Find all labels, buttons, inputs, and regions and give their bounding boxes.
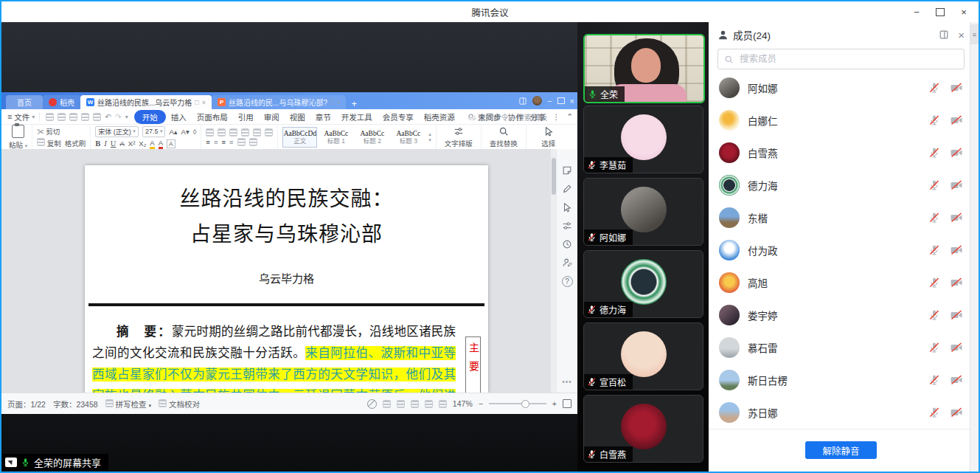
open-icon[interactable] (46, 113, 54, 121)
word-count[interactable]: 字数：23458 (53, 398, 98, 410)
help-icon[interactable]: ? (562, 276, 573, 287)
wps-tab-docer[interactable]: 稻壳 (43, 95, 80, 109)
web-view-icon[interactable] (411, 400, 419, 408)
menu-member[interactable]: 会员专享 (378, 110, 419, 124)
popout-panel-icon[interactable] (939, 30, 949, 40)
char-border-button[interactable]: A (167, 139, 176, 148)
shrink-font-icon[interactable]: A▾ (181, 128, 190, 136)
collapse-ribbon-icon[interactable]: ⌃ (566, 112, 573, 121)
menu-docer-resources[interactable]: 稻壳资源 (419, 110, 460, 124)
close-panel-icon[interactable]: × (958, 29, 965, 41)
video-tile[interactable]: 阿如娜 (583, 178, 703, 246)
menu-section[interactable]: 章节 (310, 110, 336, 124)
member-row[interactable]: 慕石雷 (709, 331, 973, 364)
wps-tab-document[interactable]: W 丝路沿线的民族...乌云毕力格 □ × (80, 95, 212, 109)
outdent-icon[interactable] (229, 128, 237, 137)
menu-start[interactable]: 开始 (134, 110, 166, 124)
style-normal[interactable]: AaBbCcDd 正文 (282, 127, 317, 148)
fit-page-icon[interactable] (563, 399, 571, 408)
collaborate-button[interactable]: 协作 (508, 111, 524, 122)
member-row[interactable]: 德力海 (709, 169, 973, 201)
pin-icon[interactable]: □ (195, 99, 198, 106)
video-tile[interactable]: 白雪燕 (583, 395, 703, 463)
style-heading2[interactable]: AaBbCc 标题 2 (355, 127, 389, 148)
member-row[interactable]: 高旭 (709, 266, 973, 299)
pen-icon[interactable] (562, 184, 572, 194)
asian-layout-icon[interactable] (253, 128, 261, 137)
font-name-select[interactable]: 宋体 (正文) ▾ (95, 126, 139, 137)
menu-review[interactable]: 审阅 (259, 110, 285, 124)
sort-icon[interactable] (265, 128, 273, 137)
panel-menu-button[interactable]: ≡ (970, 24, 979, 44)
clear-format-icon[interactable]: ◊ (193, 128, 197, 136)
close-button[interactable]: × (952, 1, 976, 22)
line-spacing-icon[interactable] (237, 138, 246, 146)
cut-icon[interactable]: ✂ 剪切 (37, 126, 60, 137)
paste-group[interactable]: 粘贴 ▾ (4, 125, 32, 150)
align-left-icon[interactable]: ≡ (206, 138, 210, 146)
more-icon[interactable]: ⋮ (552, 112, 560, 121)
export-pdf-icon[interactable] (69, 113, 77, 121)
numbered-list-icon[interactable] (218, 128, 226, 137)
print-preview-icon[interactable] (93, 113, 101, 121)
style-heading1[interactable]: AaBbCc 标题 1 (319, 127, 353, 148)
subscript-button[interactable]: X₂ (139, 139, 146, 148)
bold-button[interactable]: B (95, 139, 100, 148)
share-button[interactable]: 分享 (530, 111, 546, 122)
cloud-sync-status[interactable]: ☁ 未同步 (468, 111, 501, 122)
zoom-in-icon[interactable]: + (552, 399, 557, 408)
page-view-icon[interactable] (383, 400, 391, 408)
wps-minimize-icon[interactable]: − (547, 97, 552, 106)
read-mode-icon[interactable] (425, 400, 433, 408)
text-layout-button[interactable]: 文字排版 (437, 125, 482, 150)
wps-tab-home[interactable]: 首页 (6, 95, 43, 109)
member-search[interactable] (717, 49, 965, 69)
member-search-input[interactable] (738, 53, 958, 65)
zoom-slider[interactable] (489, 403, 546, 404)
print-icon[interactable] (81, 113, 89, 121)
format-painter-button[interactable]: 格式刷 (65, 138, 86, 148)
video-tile[interactable]: 李慧茹 (583, 106, 703, 173)
clock-icon[interactable] (562, 239, 572, 249)
style-heading3[interactable]: AaBbCc 标题 3 (391, 127, 425, 148)
styles-scroll[interactable]: ▴▾ (428, 131, 431, 143)
sliders-icon[interactable] (562, 221, 572, 231)
member-row[interactable]: 付为政 (709, 234, 973, 266)
video-tile[interactable]: 德力海 (583, 250, 703, 318)
member-row[interactable]: 白雪燕 (709, 137, 973, 169)
menu-insert[interactable]: 插入 (166, 110, 192, 124)
minimize-button[interactable]: − (905, 1, 928, 22)
wps-tab-presentation[interactable]: P 丝路沿线的民...与乌珠穆沁部? □ • (212, 95, 346, 109)
more-tools-icon[interactable]: ••• (562, 378, 572, 386)
font-color-button[interactable]: A (159, 139, 163, 149)
zoom-slider-knob[interactable] (521, 400, 529, 408)
file-menu[interactable]: ≡ 文件 ▾ (1, 111, 39, 122)
grow-font-icon[interactable]: A▴ (169, 128, 177, 136)
tab-close-icon[interactable]: × (202, 99, 206, 106)
member-row[interactable]: 东楷 (709, 201, 973, 234)
zoom-level[interactable]: 147% (453, 399, 473, 408)
maximize-button[interactable] (928, 1, 952, 22)
find-replace-button[interactable]: 查找替换 (482, 125, 527, 150)
menu-view[interactable]: 视图 (285, 110, 310, 124)
align-center-icon[interactable]: ≡ (214, 138, 218, 146)
member-row[interactable]: 阿如娜 (709, 72, 973, 104)
font-size-select[interactable]: 27.5 ▾ (142, 126, 166, 137)
menu-dev-tools[interactable]: 开发工具 (336, 110, 378, 124)
select-button[interactable]: 选择 (527, 125, 571, 150)
align-right-icon[interactable]: ≡ (221, 138, 226, 146)
copy-button[interactable]: 复制 (37, 138, 61, 148)
new-tab-button[interactable]: + (352, 98, 358, 109)
member-row[interactable]: 苏日娜 (709, 396, 973, 429)
video-tile-speaker[interactable]: 全荣 (583, 34, 705, 103)
doc-proof-toggle[interactable]: 文档校对 (159, 398, 200, 410)
cursor-icon[interactable] (562, 202, 572, 213)
edit-mode-icon[interactable] (439, 400, 447, 408)
user-edit-icon[interactable] (562, 258, 572, 268)
highlight-color-button[interactable]: A (150, 139, 154, 149)
menu-page-layout[interactable]: 页面布局 (192, 110, 233, 124)
pin-icon[interactable]: □ (330, 99, 334, 106)
save-icon[interactable] (58, 113, 66, 121)
indent-icon[interactable] (241, 128, 249, 137)
undo-icon[interactable]: ↶ (105, 112, 111, 121)
